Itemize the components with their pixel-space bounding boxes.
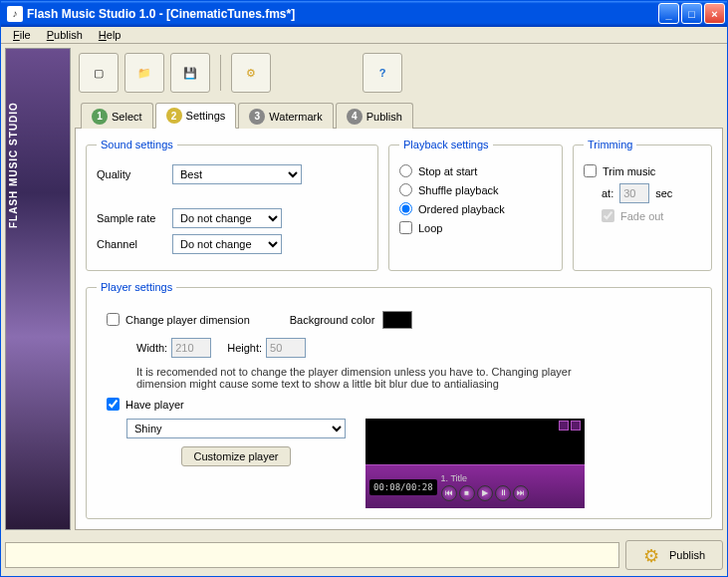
at-label: at: [602, 187, 613, 199]
toolbar-separator [220, 55, 221, 91]
app-icon: ♪ [7, 6, 23, 22]
stop-radio[interactable] [399, 164, 412, 177]
preview-min-icon [559, 421, 569, 431]
trimming-legend: Trimming [584, 139, 636, 150]
samplerate-select[interactable]: Do not change [172, 208, 282, 228]
tab-label-publish: Publish [366, 111, 402, 123]
gear-icon: ⚙ [643, 545, 663, 565]
trim-seconds-input[interactable] [619, 183, 649, 203]
open-button[interactable]: 📁 [124, 53, 164, 93]
tab-settings[interactable]: 2Settings [155, 103, 237, 129]
tab-content-settings: Sound settings Quality Best Sample rate … [75, 129, 723, 530]
stop-icon[interactable]: ■ [459, 485, 475, 501]
window-title: Flash Music Studio 1.0 - [CinematicTunes… [27, 7, 658, 21]
help-icon: ? [379, 67, 386, 79]
player-settings-group: Player settings Change player dimension … [86, 281, 712, 519]
height-label: Height: [227, 342, 262, 354]
change-dimension-checkbox[interactable] [107, 313, 120, 326]
folder-icon: 📁 [137, 67, 151, 80]
tab-num-1: 1 [92, 109, 108, 125]
new-button[interactable]: ▢ [79, 53, 119, 93]
trim-label: Trim music [603, 165, 655, 177]
player-preview: 00:08/00:28 1. Title ⏮ ■ ▶ ⏸ ⏭ [365, 419, 585, 508]
play-icon[interactable]: ▶ [477, 485, 493, 501]
pause-icon[interactable]: ⏸ [495, 485, 511, 501]
gear-icon: ⚙ [246, 67, 256, 80]
preview-close-icon [571, 421, 581, 431]
titlebar[interactable]: ♪ Flash Music Studio 1.0 - [CinematicTun… [1, 1, 727, 27]
bgcolor-swatch[interactable] [382, 311, 412, 329]
sidebar-banner: FLASH MUSIC STUDIO [5, 48, 71, 530]
tab-num-3: 3 [249, 109, 265, 125]
loop-label: Loop [418, 222, 442, 234]
trim-checkbox[interactable] [584, 164, 597, 177]
help-button[interactable]: ? [363, 53, 402, 93]
bgcolor-label: Background color [290, 314, 375, 326]
prev-icon[interactable]: ⏮ [441, 485, 457, 501]
customize-player-button[interactable]: Customize player [181, 446, 292, 466]
toolbar: ▢ 📁 💾 ⚙ ? [75, 48, 723, 98]
menu-help[interactable]: Help [91, 27, 129, 43]
sidebar-label: FLASH MUSIC STUDIO [8, 102, 19, 228]
stop-label: Stop at start [418, 165, 477, 177]
width-input[interactable] [171, 338, 211, 358]
page-icon: ▢ [94, 67, 104, 80]
sound-legend: Sound settings [97, 139, 177, 150]
bottom-bar: ⚙ Publish [1, 534, 727, 576]
menubar: File Publish Help [1, 27, 727, 44]
ordered-label: Ordered playback [418, 203, 505, 215]
quality-select[interactable]: Best [172, 164, 302, 184]
main-panel: ▢ 📁 💾 ⚙ ? 1Select 2Settings 3Watermark 4… [75, 48, 723, 530]
tab-watermark[interactable]: 3Watermark [238, 103, 333, 129]
save-button[interactable]: 💾 [170, 53, 210, 93]
height-input[interactable] [266, 338, 306, 358]
shuffle-radio[interactable] [399, 183, 412, 196]
playback-settings-group: Playback settings Stop at start Shuffle … [388, 139, 563, 271]
player-skin-select[interactable]: Shiny [126, 419, 346, 438]
tab-select[interactable]: 1Select [81, 103, 153, 129]
preview-track: 1. Title [441, 473, 581, 483]
tab-label-settings: Settings [186, 110, 226, 122]
change-dimension-label: Change player dimension [125, 314, 250, 326]
player-legend: Player settings [97, 281, 176, 293]
samplerate-label: Sample rate [97, 212, 166, 224]
maximize-button[interactable]: □ [681, 3, 702, 24]
content-area: FLASH MUSIC STUDIO ▢ 📁 💾 ⚙ ? 1Select 2Se… [1, 44, 727, 534]
shuffle-label: Shuffle playback [418, 184, 499, 196]
loop-checkbox[interactable] [399, 221, 412, 234]
publish-label: Publish [669, 549, 705, 561]
playback-legend: Playback settings [399, 139, 493, 150]
sec-label: sec [655, 187, 672, 199]
app-window: ♪ Flash Music Studio 1.0 - [CinematicTun… [0, 0, 728, 577]
have-player-checkbox[interactable] [107, 398, 120, 411]
status-field[interactable] [5, 542, 619, 568]
tab-num-2: 2 [166, 108, 182, 124]
next-icon[interactable]: ⏭ [513, 485, 529, 501]
tabbar: 1Select 2Settings 3Watermark 4Publish [75, 102, 723, 129]
tab-label-watermark: Watermark [269, 111, 322, 123]
tab-num-4: 4 [347, 109, 363, 125]
have-player-label: Have player [125, 399, 184, 411]
width-label: Width: [136, 342, 167, 354]
settings-button[interactable]: ⚙ [231, 53, 271, 93]
ordered-radio[interactable] [399, 202, 412, 215]
fade-label: Fade out [620, 210, 663, 222]
channel-label: Channel [97, 238, 166, 250]
dimension-note: It is recomended not to change the playe… [136, 366, 614, 390]
sound-settings-group: Sound settings Quality Best Sample rate … [86, 139, 378, 271]
menu-file[interactable]: File [5, 27, 39, 43]
quality-label: Quality [97, 168, 166, 180]
tab-publish[interactable]: 4Publish [336, 103, 413, 129]
preview-time: 00:08/00:28 [369, 479, 437, 495]
trimming-group: Trimming Trim music at: sec Fade out [573, 139, 712, 271]
fade-checkbox[interactable] [602, 209, 614, 222]
floppy-icon: 💾 [183, 67, 197, 80]
minimize-button[interactable]: _ [658, 3, 679, 24]
tab-label-select: Select [112, 111, 142, 123]
publish-button[interactable]: ⚙ Publish [625, 540, 723, 570]
channel-select[interactable]: Do not change [172, 234, 282, 254]
menu-publish[interactable]: Publish [39, 27, 91, 43]
close-button[interactable]: × [704, 3, 725, 24]
